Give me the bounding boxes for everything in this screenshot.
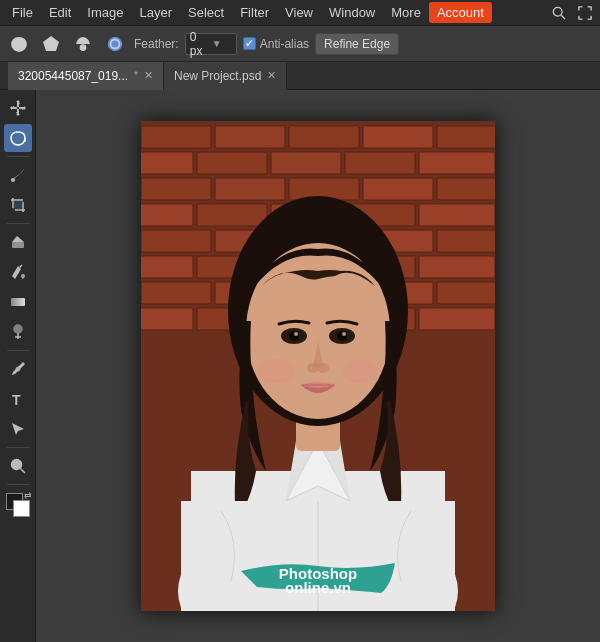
menu-window[interactable]: Window bbox=[321, 2, 383, 23]
svg-rect-60 bbox=[419, 256, 495, 278]
feather-label: Feather: bbox=[134, 37, 179, 51]
fg-bg-colors[interactable]: ⇄ bbox=[4, 491, 32, 519]
svg-rect-35 bbox=[437, 126, 495, 148]
svg-rect-42 bbox=[215, 178, 285, 200]
tab-0-label: 32005445087_019... bbox=[18, 69, 128, 83]
svg-rect-38 bbox=[271, 152, 341, 174]
paint-bucket-tool[interactable] bbox=[4, 258, 32, 286]
svg-rect-56 bbox=[141, 256, 193, 278]
antialias-label: Anti-alias bbox=[260, 37, 309, 51]
svg-point-81 bbox=[289, 331, 299, 341]
svg-rect-51 bbox=[141, 230, 211, 252]
move-tool[interactable] bbox=[4, 94, 32, 122]
toolbar-sep-2 bbox=[7, 223, 29, 224]
menu-filter[interactable]: Filter bbox=[232, 2, 277, 23]
menu-select[interactable]: Select bbox=[180, 2, 232, 23]
svg-point-3 bbox=[80, 44, 85, 49]
antialias-checkbox[interactable]: ✓ Anti-alias bbox=[243, 37, 309, 51]
menu-account[interactable]: Account bbox=[429, 2, 492, 23]
svg-line-19 bbox=[19, 265, 22, 268]
svg-point-88 bbox=[258, 359, 294, 383]
feather-value: 0 px bbox=[190, 30, 210, 58]
tab-0-modified: * bbox=[134, 70, 138, 81]
main-area: T ⇄ bbox=[0, 90, 600, 642]
menu-more[interactable]: More bbox=[383, 2, 429, 23]
svg-text:T: T bbox=[12, 392, 21, 407]
tabs-bar: 32005445087_019... * ✕ New Project.psd ✕ bbox=[0, 62, 600, 90]
tab-1-close[interactable]: ✕ bbox=[267, 70, 276, 81]
svg-rect-66 bbox=[141, 308, 193, 330]
svg-point-21 bbox=[14, 325, 22, 333]
feather-dropdown-arrow: ▼ bbox=[212, 38, 232, 49]
svg-text:online.vn: online.vn bbox=[285, 579, 351, 596]
svg-rect-31 bbox=[141, 126, 211, 148]
gradient-tool[interactable] bbox=[4, 288, 32, 316]
svg-rect-44 bbox=[363, 178, 433, 200]
svg-point-0 bbox=[553, 7, 562, 16]
refine-edge-button[interactable]: Refine Edge bbox=[315, 33, 399, 55]
svg-rect-61 bbox=[141, 282, 211, 304]
expand-icon[interactable] bbox=[574, 2, 596, 24]
svg-point-84 bbox=[342, 332, 346, 336]
path-select-tool[interactable] bbox=[4, 415, 32, 443]
svg-rect-39 bbox=[345, 152, 415, 174]
menu-edit[interactable]: Edit bbox=[41, 2, 79, 23]
tab-1[interactable]: New Project.psd ✕ bbox=[164, 62, 287, 90]
svg-marker-18 bbox=[12, 236, 24, 242]
tab-0[interactable]: 32005445087_019... * ✕ bbox=[8, 62, 164, 90]
menu-file[interactable]: File bbox=[4, 2, 41, 23]
left-toolbar: T ⇄ bbox=[0, 90, 36, 642]
svg-point-89 bbox=[342, 359, 378, 383]
search-icon[interactable] bbox=[548, 2, 570, 24]
svg-point-11 bbox=[11, 178, 15, 182]
feather-input[interactable]: 0 px ▼ bbox=[185, 33, 237, 55]
svg-rect-17 bbox=[12, 242, 24, 248]
checkbox-check: ✓ bbox=[245, 38, 253, 49]
lasso-tool[interactable] bbox=[4, 124, 32, 152]
zoom-tool[interactable] bbox=[4, 452, 32, 480]
menu-image[interactable]: Image bbox=[79, 2, 131, 23]
menu-bar: File Edit Image Layer Select Filter View… bbox=[0, 0, 600, 26]
menu-view[interactable]: View bbox=[277, 2, 321, 23]
options-bar: Feather: 0 px ▼ ✓ Anti-alias Refine Edge bbox=[0, 26, 600, 62]
canvas-area: Photoshop online.vn bbox=[36, 90, 600, 642]
svg-point-86 bbox=[317, 363, 329, 373]
svg-rect-47 bbox=[197, 204, 267, 226]
svg-rect-40 bbox=[419, 152, 495, 174]
text-tool[interactable]: T bbox=[4, 385, 32, 413]
svg-rect-36 bbox=[141, 152, 193, 174]
lasso-active-option[interactable] bbox=[102, 31, 128, 57]
checkbox-box: ✓ bbox=[243, 37, 256, 50]
svg-rect-45 bbox=[437, 178, 495, 200]
tab-0-close[interactable]: ✕ bbox=[144, 70, 153, 81]
menu-layer[interactable]: Layer bbox=[132, 2, 181, 23]
svg-point-82 bbox=[337, 331, 347, 341]
svg-rect-41 bbox=[141, 178, 211, 200]
svg-rect-20 bbox=[11, 298, 25, 306]
svg-point-83 bbox=[294, 332, 298, 336]
dodge-tool[interactable] bbox=[4, 318, 32, 346]
crop-tool[interactable] bbox=[4, 191, 32, 219]
lasso-normal-option[interactable] bbox=[6, 31, 32, 57]
svg-rect-16 bbox=[13, 200, 23, 210]
svg-rect-65 bbox=[437, 282, 495, 304]
svg-line-1 bbox=[561, 15, 565, 19]
canvas-image: Photoshop online.vn bbox=[141, 121, 495, 611]
svg-point-5 bbox=[112, 41, 117, 46]
background-color[interactable] bbox=[13, 500, 30, 517]
svg-rect-32 bbox=[215, 126, 285, 148]
toolbar-sep-3 bbox=[7, 350, 29, 351]
swap-colors-icon[interactable]: ⇄ bbox=[24, 491, 32, 500]
pen-tool[interactable] bbox=[4, 355, 32, 383]
svg-rect-55 bbox=[437, 230, 495, 252]
brush-tool[interactable] bbox=[4, 161, 32, 189]
svg-rect-70 bbox=[419, 308, 495, 330]
svg-rect-33 bbox=[289, 126, 359, 148]
lasso-poly-option[interactable] bbox=[38, 31, 64, 57]
svg-rect-50 bbox=[419, 204, 495, 226]
eraser-tool[interactable] bbox=[4, 228, 32, 256]
toolbar-sep-1 bbox=[7, 156, 29, 157]
lasso-magnetic-option[interactable] bbox=[70, 31, 96, 57]
toolbar-sep-4 bbox=[7, 447, 29, 448]
toolbar-sep-5 bbox=[7, 484, 29, 485]
